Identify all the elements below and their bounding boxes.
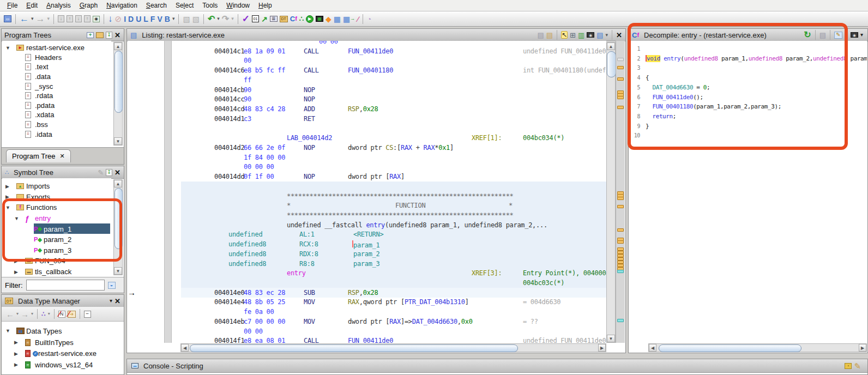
symbol-tree-scrollbar[interactable]: ▲ ▼ (113, 179, 123, 275)
conflict-mode-icon[interactable]: ∴ (41, 311, 46, 317)
listing-line[interactable]: 004014c1e8 1a 09 01CALLFUN_00411de0undef… (138, 46, 606, 56)
menu-select[interactable]: Select (172, 1, 197, 10)
listing-hscrollbar[interactable]: ◀ ▶ (180, 343, 606, 352)
toggle-header-icon[interactable]: ⊞ (570, 32, 576, 39)
tab-program-tree[interactable]: Program Tree ✕ (6, 149, 71, 162)
marker-tick[interactable] (617, 205, 624, 208)
run-script-icon[interactable]: ▶ (306, 15, 314, 23)
decompile-line[interactable]: 5 DAT_004d6630 = 0; (629, 83, 867, 93)
memory-map-icon[interactable]: ≣ (270, 16, 278, 22)
small-caret-icon[interactable]: ▾ (31, 312, 33, 316)
expanded-arrow-icon[interactable]: ▼ (5, 328, 10, 334)
listing-header[interactable]: ▤ Listing: restart-service.exe ▤▤↖⊞▥◉▤▾✕ (127, 29, 625, 41)
collapsed-arrow-icon[interactable]: ▶ (14, 258, 18, 264)
tree-item-entry[interactable]: ▼ƒentry (2, 213, 111, 224)
scroll-thumb[interactable] (607, 51, 616, 77)
close-icon[interactable]: ✕ (114, 298, 120, 305)
collapse-all-icon[interactable]: − (84, 311, 91, 318)
marker-tick[interactable] (617, 66, 624, 69)
paste-icon[interactable]: ▤ (546, 32, 553, 39)
tree-item-fun-004[interactable]: ▶▬FUN_004 (2, 256, 111, 267)
decompile-hscrollbar[interactable]: ◀ ▶ (648, 343, 867, 352)
expanded-arrow-icon[interactable]: ▼ (5, 45, 10, 51)
format-v-icon[interactable]: V (157, 15, 162, 23)
back-gray-icon[interactable]: ← (6, 310, 14, 318)
camera-icon[interactable]: ◉ (851, 32, 858, 38)
close-icon[interactable]: ✕ (616, 32, 622, 39)
scroll-thumb[interactable] (114, 188, 123, 249)
scroll-left-icon[interactable]: ◀ (649, 344, 656, 352)
decompile-line[interactable]: 7 FUN_00401180(param_1,param_2,param_3); (629, 102, 867, 112)
listing-line[interactable]: 004014cc90NOP (138, 94, 606, 104)
panel-caret-icon[interactable]: ▾ (860, 32, 863, 38)
filter-arrays-icon[interactable]: N∕ (58, 311, 65, 318)
expanded-arrow-icon[interactable]: ▼ (5, 205, 10, 210)
tree-item-tls-callback[interactable]: ▶▬tls_callback (2, 267, 111, 276)
listing-line[interactable]: 004bc03c(*) (138, 278, 606, 288)
binary-icon[interactable]: 01 (252, 15, 259, 22)
calltree-icon[interactable]: ∴ (299, 15, 304, 22)
listing-line[interactable]: fe 0a 00 (138, 307, 606, 317)
snapshot-green-icon[interactable]: ◉ (93, 16, 100, 22)
format-i-icon[interactable]: I (124, 15, 126, 23)
filter-pointers-icon[interactable]: ➔∕ (68, 311, 76, 318)
listing-line[interactable]: 004014c6e8 b5 fc ffCALLFUN_00401180int F… (138, 65, 606, 75)
tree-item-pdata[interactable]: ≡.pdata (2, 101, 111, 111)
decompile-header[interactable]: Cf Decompile: entry - (restart-service.e… (629, 29, 867, 41)
scroll-up-icon[interactable]: ▲ (114, 43, 122, 50)
back-caret-icon[interactable]: ▾ (31, 16, 34, 21)
menu-window[interactable]: Window (222, 1, 254, 10)
decompile-line[interactable]: 3 (629, 63, 867, 73)
tree-item-imports[interactable]: ▶▲Imports (2, 181, 111, 192)
listing-line[interactable]: 00 00 00 (138, 162, 606, 172)
close-icon[interactable]: ✕ (114, 169, 120, 176)
collapsed-arrow-icon[interactable]: ▶ (14, 269, 18, 275)
datatype-archive-icon[interactable]: DT (280, 16, 288, 22)
tree-item-windows-vs12-64[interactable]: ▶≋windows_vs12_64 (2, 359, 123, 371)
menu-help[interactable]: Help (255, 1, 276, 10)
listing-line[interactable]: 00 00 (138, 41, 606, 46)
no-entry-icon[interactable]: ⊘ (115, 15, 122, 23)
prev-func-icon[interactable]: ↓ (58, 15, 64, 22)
listing-line[interactable]: 004014d266 66 2e 0fNOPdword ptr CS:[RAX … (138, 143, 606, 153)
redo-caret-icon[interactable]: ▾ (231, 16, 234, 21)
menu-search[interactable]: Search (142, 1, 171, 10)
tree-item-functions[interactable]: ▼fFunctions (2, 202, 111, 213)
stamp2-icon[interactable]: ▧ (192, 15, 200, 23)
open-folder-icon[interactable] (96, 32, 104, 38)
menu-analysis[interactable]: Analysis (43, 1, 75, 10)
format-d-icon[interactable]: D (128, 15, 134, 23)
menu-navigation[interactable]: Navigation (103, 1, 141, 10)
scroll-thumb[interactable] (659, 344, 801, 352)
scroll-right-icon[interactable]: ▶ (598, 344, 606, 352)
decompile-line[interactable]: 6 FUN_00411de0(); (629, 93, 867, 102)
program-tree-scrollbar[interactable]: ▲ ▼ (113, 42, 123, 146)
marker-tick[interactable] (617, 228, 624, 232)
format-b-icon[interactable]: B (165, 15, 170, 23)
menu-tools[interactable]: Tools (198, 1, 221, 10)
tree-item-bss[interactable]: ≡.bss (2, 120, 111, 130)
listing-view-icon[interactable]: ▤ (596, 32, 603, 39)
tree-item-rdata[interactable]: ≡.rdata (2, 91, 111, 101)
marker-tick[interactable] (617, 96, 624, 99)
close-icon[interactable]: ✕ (114, 32, 120, 39)
copy-icon[interactable]: ▤ (819, 32, 826, 39)
tree-item-text[interactable]: ≡.text (2, 62, 111, 72)
expanded-arrow-icon[interactable]: ▼ (14, 216, 19, 221)
listing-line[interactable]: LAB_004014d2XREF[1]:004bc034(*) (138, 133, 606, 143)
scroll-right-icon[interactable]: ▶ (859, 344, 866, 352)
diamond-icon[interactable]: ◆ (326, 15, 331, 23)
redo-icon[interactable]: ↷ (222, 15, 229, 23)
tree-item-param-2[interactable]: P◆param_2 (2, 234, 111, 245)
scroll-thumb[interactable] (190, 344, 518, 352)
marker-tick[interactable] (617, 106, 624, 109)
decompile-line[interactable]: 1 (629, 44, 867, 54)
pencil-icon[interactable]: ✎ (98, 169, 104, 176)
tree-item-restart-service-exe[interactable]: ▼▸restart-service.exe (2, 43, 111, 53)
program-trees-header[interactable]: Program Trees +↧✕ (2, 29, 124, 41)
listing-line[interactable]: undefined8RCX:8param_1 (138, 239, 606, 249)
copy-icon[interactable]: ▤ (537, 32, 544, 39)
marker-tick[interactable] (617, 77, 624, 81)
go-down-icon[interactable]: ↓ (108, 14, 113, 23)
collapsed-arrow-icon[interactable]: ▶ (5, 194, 9, 199)
